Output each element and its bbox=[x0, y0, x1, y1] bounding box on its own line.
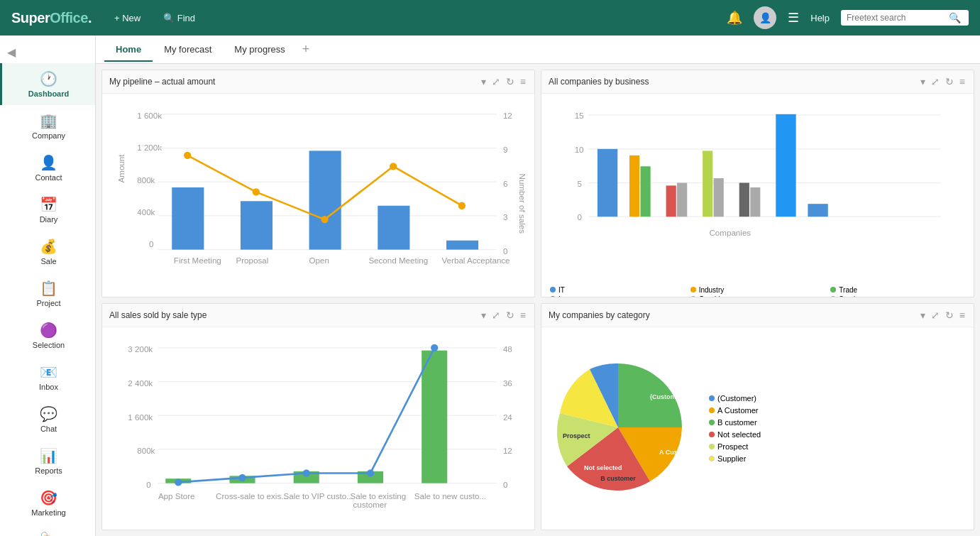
sidebar-item-service[interactable]: 🏷️ Service bbox=[0, 524, 95, 536]
reports-icon: 📊 bbox=[40, 447, 57, 464]
companies-business-legend: IT Industry Trade Insurance Graphics Ser… bbox=[547, 285, 968, 297]
companies-business-dropdown-btn[interactable]: ▾ bbox=[919, 75, 927, 89]
svg-text:36: 36 bbox=[503, 378, 512, 387]
legend-trade: Trade bbox=[830, 286, 965, 294]
legend-dot-a-customer bbox=[709, 408, 715, 413]
pipeline-refresh-btn[interactable]: ↻ bbox=[505, 75, 516, 89]
sales-type-dropdown-btn[interactable]: ▾ bbox=[480, 308, 488, 322]
svg-text:48: 48 bbox=[503, 344, 512, 354]
sales-type-svg: 3 200k 2 400k 1 600k 800k 0 48 36 24 12 … bbox=[108, 333, 529, 530]
bar-open bbox=[309, 151, 341, 249]
legend-prospect: Prospect bbox=[709, 442, 761, 451]
legend-supplier: Supplier bbox=[709, 454, 761, 463]
pipeline-expand-btn[interactable]: ⤢ bbox=[490, 75, 502, 89]
svg-text:First Meeting: First Meeting bbox=[174, 256, 221, 265]
sidebar-item-sale[interactable]: 💰 Sale bbox=[0, 231, 95, 273]
new-button[interactable]: + New bbox=[109, 10, 146, 26]
dashboard-icon: 🕐 bbox=[40, 70, 57, 87]
selection-icon: 🟣 bbox=[40, 322, 57, 339]
sales-type-expand-btn[interactable]: ⤢ bbox=[490, 308, 502, 322]
search-input[interactable] bbox=[847, 13, 946, 23]
main-content: Home My forecast My progress + My pipeli… bbox=[96, 35, 980, 536]
legend-dot-not-selected bbox=[709, 432, 715, 437]
pie-label-a-customer: A Customer bbox=[659, 449, 689, 456]
pipeline-chart: 1 600k 1 200k 800k 400k 0 12 9 6 3 0 bbox=[108, 99, 529, 297]
svg-text:Proposal: Proposal bbox=[236, 256, 268, 265]
sidebar-item-company[interactable]: 🏢 Company bbox=[0, 105, 95, 147]
sidebar-item-inbox[interactable]: 📧 Inbox bbox=[0, 356, 95, 398]
sidebar-item-chat[interactable]: 💬 Chat bbox=[0, 398, 95, 440]
sidebar-item-contact[interactable]: 👤 Contact bbox=[0, 147, 95, 189]
legend-industry: Industry bbox=[690, 286, 825, 294]
svg-text:0: 0 bbox=[503, 246, 507, 256]
sidebar-item-selection[interactable]: 🟣 Selection bbox=[0, 315, 95, 356]
companies-category-dropdown-btn[interactable]: ▾ bbox=[919, 308, 927, 322]
svg-point-64 bbox=[303, 469, 310, 476]
tab-add[interactable]: + bbox=[297, 39, 316, 60]
companies-category-menu-btn[interactable]: ≡ bbox=[958, 308, 967, 322]
panel-sales-type-header: All sales sold by sale type ▾ ⤢ ↻ ≡ bbox=[102, 304, 534, 327]
legend-customer-blue: (Customer) bbox=[709, 394, 761, 403]
companies-category-expand-btn[interactable]: ⤢ bbox=[930, 308, 941, 322]
companies-business-menu-btn[interactable]: ≡ bbox=[958, 75, 967, 89]
sidebar-collapse-button[interactable]: ◀ bbox=[0, 41, 95, 63]
notifications-button[interactable]: 🔔 bbox=[727, 10, 742, 26]
chat-icon: 💬 bbox=[40, 405, 57, 422]
panel-companies-category-header: My companies by category ▾ ⤢ ↻ ≡ bbox=[541, 304, 974, 327]
help-button[interactable]: Help bbox=[810, 13, 830, 23]
pipeline-dropdown-btn[interactable]: ▾ bbox=[480, 75, 488, 89]
tab-progress[interactable]: My progress bbox=[223, 38, 297, 62]
legend-dot-prospect bbox=[709, 444, 715, 449]
pipeline-menu-btn[interactable]: ≡ bbox=[519, 75, 527, 89]
contact-icon: 👤 bbox=[40, 154, 57, 171]
svg-rect-30 bbox=[598, 149, 617, 217]
sidebar-label-dashboard: Dashboard bbox=[28, 89, 69, 98]
panel-companies-business: All companies by business ▾ ⤢ ↻ ≡ 15 10 bbox=[541, 70, 974, 297]
svg-rect-39 bbox=[776, 114, 795, 217]
tab-forecast[interactable]: My forecast bbox=[153, 38, 223, 62]
sidebar-item-marketing[interactable]: 🎯 Marketing bbox=[0, 482, 95, 524]
sales-type-chart: 3 200k 2 400k 1 600k 800k 0 48 36 24 12 … bbox=[108, 333, 529, 530]
svg-point-62 bbox=[175, 478, 182, 486]
panel-pipeline-body: 1 600k 1 200k 800k 400k 0 12 9 6 3 0 bbox=[102, 94, 534, 297]
legend-dot-supplier bbox=[709, 456, 715, 461]
svg-text:Cross-sale to exis...: Cross-sale to exis... bbox=[216, 491, 288, 500]
companies-business-refresh-btn[interactable]: ↻ bbox=[944, 75, 955, 89]
sales-type-menu-btn[interactable]: ≡ bbox=[519, 308, 527, 322]
svg-text:12: 12 bbox=[503, 111, 512, 120]
pie-label-b-customer: (Customer) bbox=[650, 393, 684, 400]
pie-label-not-selected: Not selected bbox=[584, 464, 622, 471]
companies-business-expand-btn[interactable]: ⤢ bbox=[930, 75, 941, 89]
svg-text:Verbal Acceptance: Verbal Acceptance bbox=[442, 256, 510, 265]
bar-verbal-acceptance bbox=[446, 241, 478, 250]
app-logo: SuperOffice. bbox=[11, 10, 92, 26]
bar-proposal bbox=[241, 201, 272, 249]
legend-dot-b-customer bbox=[709, 420, 715, 425]
user-avatar[interactable]: 👤 bbox=[754, 6, 776, 29]
svg-text:1 600k: 1 600k bbox=[128, 412, 153, 421]
panel-sales-type-body: 3 200k 2 400k 1 600k 800k 0 48 36 24 12 … bbox=[102, 327, 534, 530]
sidebar-item-diary[interactable]: 📅 Diary bbox=[0, 189, 95, 231]
svg-rect-34 bbox=[677, 183, 687, 217]
svg-text:12: 12 bbox=[503, 446, 512, 455]
sidebar-item-reports[interactable]: 📊 Reports bbox=[0, 440, 95, 482]
search-icon: 🔍 bbox=[949, 12, 961, 23]
svg-text:15: 15 bbox=[575, 111, 584, 120]
svg-rect-31 bbox=[629, 155, 639, 217]
companies-category-refresh-btn[interactable]: ↻ bbox=[944, 308, 955, 322]
bar-first-meeting bbox=[172, 187, 204, 250]
panel-companies-category-body: (Customer) A Customer Not selected Prosp… bbox=[541, 327, 974, 530]
tab-home[interactable]: Home bbox=[104, 38, 153, 62]
sidebar-label-company: Company bbox=[32, 131, 65, 140]
svg-text:0: 0 bbox=[503, 480, 507, 489]
sidebar-item-dashboard[interactable]: 🕐 Dashboard bbox=[0, 63, 95, 105]
inbox-icon: 📧 bbox=[40, 363, 57, 381]
panel-pipeline-header: My pipeline – actual amount ▾ ⤢ ↻ ≡ bbox=[102, 70, 534, 94]
sidebar-label-contact: Contact bbox=[35, 173, 62, 182]
find-button[interactable]: 🔍 Find bbox=[158, 10, 201, 26]
menu-button[interactable]: ☰ bbox=[788, 10, 799, 26]
legend-not-selected: Not selected bbox=[709, 430, 761, 439]
sidebar-item-project[interactable]: 📋 Project bbox=[0, 273, 95, 315]
sales-type-refresh-btn[interactable]: ↻ bbox=[505, 308, 516, 322]
sidebar-label-selection: Selection bbox=[33, 341, 65, 349]
